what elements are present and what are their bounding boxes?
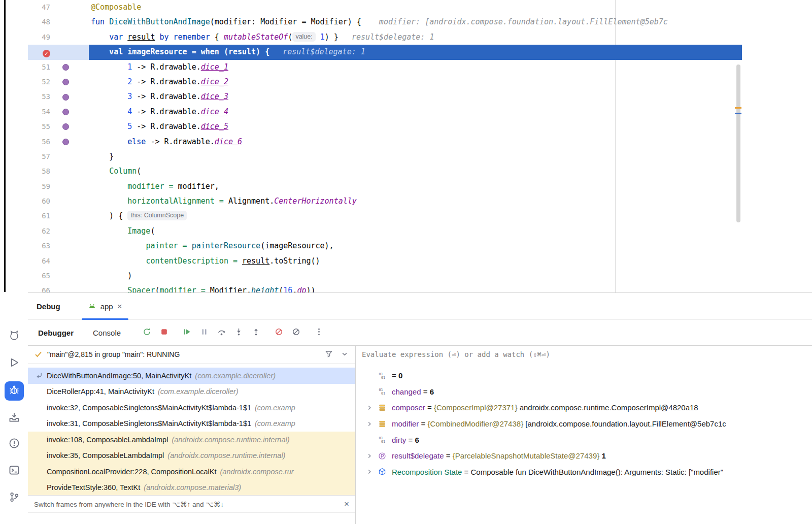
code-line[interactable]: 48fun DiceWithButtonAndImage(modifier: M… [28,15,742,29]
expand-chevron-icon[interactable] [366,468,378,476]
compose-gutter-icon[interactable] [62,79,69,85]
stop-button[interactable] [156,325,172,340]
variable-row[interactable]: 0101changed = 6 [356,384,812,400]
line-number[interactable]: 66 [28,283,50,292]
stack-frame-row[interactable]: invoke:32, ComposableSingletons$MainActi… [28,400,355,416]
line-number[interactable]: 60 [28,194,50,209]
more-button[interactable] [311,325,326,340]
compose-gutter-icon[interactable] [62,139,69,145]
line-number[interactable]: 53 [28,89,50,104]
breakpoint-icon[interactable]: ✓ [43,50,50,57]
mute-breakpoints-button[interactable] [271,325,286,340]
logcat-tool-button[interactable] [5,327,24,346]
step-out-button[interactable] [248,325,263,340]
thread-status-row[interactable]: "main"@2,815 in group "main": RUNNING [28,345,355,364]
stack-frame-row[interactable]: invoke:108, ComposableLambdaImpl (androi… [28,432,355,448]
line-number[interactable]: 48 [28,15,50,29]
line-number[interactable]: 54 [28,105,50,119]
resume-button[interactable] [179,325,194,340]
code-line[interactable]: 61 ) { this: ColumnScope [28,209,742,223]
code-editor[interactable]: 47@Composable48fun DiceWithButtonAndImag… [28,0,742,292]
close-icon[interactable]: × [117,302,122,311]
variable-row[interactable]: Recomposition State = Composable fun Dic… [356,464,812,480]
compose-gutter-icon[interactable] [62,123,69,130]
version-control-tool-button[interactable] [5,488,24,508]
code-line[interactable]: 66 Spacer(modifier = Modifier.height(16.… [28,283,742,292]
code-line[interactable]: 56 else -> R.drawable.dice_6 [28,135,742,149]
code-token: result [127,32,155,42]
code-line[interactable]: 65 ) [28,269,742,283]
compose-gutter-icon[interactable] [62,64,69,71]
code-line[interactable]: 55 5 -> R.drawable.dice_5 [28,119,742,134]
code-line[interactable]: 54 4 -> R.drawable.dice_4 [28,105,742,119]
stack-frame-row[interactable]: ProvideTextStyle:360, TextKt (androidx.c… [28,480,355,496]
stack-frame-row[interactable]: invoke:31, ComposableSingletons$MainActi… [28,416,355,432]
step-over-button[interactable] [214,325,229,340]
line-number[interactable]: 47 [28,0,50,15]
code-line[interactable]: 47@Composable [28,0,742,15]
app-inspection-tool-button[interactable] [5,409,24,428]
variable-row[interactable]: 0101dirty = 6 [356,432,812,448]
compose-gutter-icon[interactable] [62,109,69,115]
code-token: dice_4 [201,107,228,116]
code-line[interactable]: 60 horizontalAlignment = Alignment.Cente… [28,194,742,209]
line-number[interactable]: 56 [28,135,50,149]
code-line[interactable]: 58 Column( [28,164,742,179]
code-line[interactable]: 64 contentDescription = result.toString(… [28,254,742,269]
pause-button[interactable] [196,325,212,340]
compose-gutter-icon[interactable] [62,94,69,101]
rerun-button[interactable] [139,325,154,340]
run-tab-app[interactable]: app × [82,293,128,319]
step-into-button[interactable] [231,325,246,340]
variable-row[interactable]: modifier = {CombinedModifier@27438} [and… [356,416,812,432]
line-number[interactable]: 65 [28,269,50,283]
variable-row[interactable]: 0101= 0 [356,368,812,384]
tab-debugger[interactable]: Debugger [38,329,74,337]
code-line[interactable]: 57 } [28,149,742,164]
line-number[interactable]: 64 [28,254,50,269]
variable-row[interactable]: composer = {ComposerImpl@27371} androidx… [356,400,812,416]
expand-chevron-icon[interactable] [366,404,378,412]
code-line[interactable]: 59 modifier = modifier, [28,179,742,194]
code-token [91,167,109,176]
expand-chevron-icon[interactable] [366,420,378,428]
expand-chevron-icon[interactable] [366,452,378,460]
code-line[interactable]: 49 var result by remember { mutableState… [28,30,742,45]
terminal-tool-button[interactable] [5,462,24,481]
variable-row[interactable]: result$delegate = {ParcelableSnapshotMut… [356,448,812,464]
debug-tool-button[interactable] [5,381,24,401]
line-number[interactable]: ✓ [28,45,50,59]
code-line[interactable]: 51 1 -> R.drawable.dice_1 [28,60,742,75]
code-line[interactable]: ✓ val imageResource = when (result) {res… [28,45,742,59]
line-number[interactable]: 57 [28,149,50,164]
filter-icon[interactable] [325,350,333,358]
line-number[interactable]: 49 [28,30,50,45]
view-breakpoints-button[interactable] [288,325,303,340]
line-number[interactable]: 62 [28,224,50,239]
evaluate-expression-input[interactable]: Evaluate expression (⏎) or add a watch (… [356,345,812,363]
line-number[interactable]: 55 [28,119,50,134]
code-line[interactable]: 62 Image( [28,224,742,239]
code-token: Image [127,226,150,236]
code-line[interactable]: 52 2 -> R.drawable.dice_2 [28,75,742,89]
stack-frame-row[interactable]: invoke:35, ComposableLambdaImpl (android… [28,448,355,464]
tab-console[interactable]: Console [93,329,121,337]
run-tool-button[interactable] [5,354,24,373]
problems-tool-button[interactable] [5,435,24,454]
code-line[interactable]: 63 painter = painterResource(imageResour… [28,239,742,253]
line-number[interactable]: 61 [28,209,50,223]
line-number[interactable]: 51 [28,60,50,75]
code-line[interactable]: 53 3 -> R.drawable.dice_3 [28,89,742,104]
line-number[interactable]: 52 [28,75,50,89]
chevron-down-icon[interactable] [341,350,349,358]
stack-frame-row[interactable]: DiceWithButtonAndImage:50, MainActivityK… [28,368,355,384]
gutter: 64 [28,254,89,269]
editor-scrollbar-thumb[interactable] [736,64,740,222]
collapsed-panel-divider[interactable] [4,0,6,292]
stack-frame-row[interactable]: DiceRollerApp:41, MainActivityKt (com.ex… [28,384,355,400]
line-number[interactable]: 59 [28,179,50,194]
close-icon[interactable]: × [344,500,349,508]
stack-frame-row[interactable]: CompositionLocalProvider:228, Compositio… [28,464,355,480]
line-number[interactable]: 58 [28,164,50,179]
line-number[interactable]: 63 [28,239,50,253]
